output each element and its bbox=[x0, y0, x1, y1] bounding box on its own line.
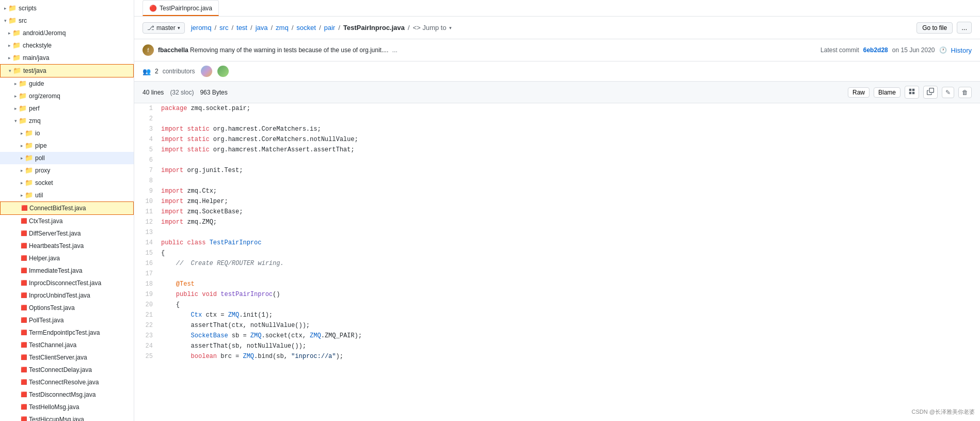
line-number[interactable]: 7 bbox=[134, 165, 159, 176]
tree-item-DiffServerTest.java[interactable]: 🟥DiffServerTest.java bbox=[0, 227, 134, 240]
tree-item-TestDisconnectMsg.java[interactable]: 🟥TestDisconnectMsg.java bbox=[0, 388, 134, 401]
line-number[interactable]: 9 bbox=[134, 186, 159, 196]
line-number[interactable]: 8 bbox=[134, 176, 159, 186]
tree-item-TestHiccupMsg.java[interactable]: 🟥TestHiccupMsg.java bbox=[0, 413, 134, 421]
display-mode-button[interactable] bbox=[905, 86, 919, 99]
tree-item-label: proxy bbox=[35, 165, 50, 176]
go-to-file-button[interactable]: Go to file bbox=[916, 22, 953, 34]
line-number[interactable]: 12 bbox=[134, 217, 159, 227]
file-icon: 🟥 bbox=[21, 241, 27, 251]
line-number[interactable]: 25 bbox=[134, 351, 159, 362]
tree-item-util[interactable]: ▸📁util bbox=[0, 189, 134, 201]
tree-item-io[interactable]: ▸📁io bbox=[0, 127, 134, 139]
code-line: 19 public void testPairInproc() bbox=[134, 289, 980, 300]
tree-item-label: io bbox=[35, 128, 40, 138]
folder-icon: 📁 bbox=[25, 178, 33, 188]
edit-button[interactable]: ✎ bbox=[942, 87, 954, 98]
line-number[interactable]: 15 bbox=[134, 248, 159, 258]
line-number[interactable]: 23 bbox=[134, 331, 159, 341]
line-number[interactable]: 5 bbox=[134, 145, 159, 155]
line-number[interactable]: 6 bbox=[134, 155, 159, 165]
line-number[interactable]: 1 bbox=[134, 103, 159, 114]
commit-bar: f fbacchella Removing many of the warnin… bbox=[134, 39, 980, 61]
line-number[interactable]: 2 bbox=[134, 114, 159, 124]
tree-item-guide[interactable]: ▸📁guide bbox=[0, 77, 134, 90]
file-tab[interactable]: 🔴 TestPairInproc.java bbox=[143, 0, 219, 16]
folder-icon: 📁 bbox=[13, 66, 21, 76]
breadcrumb-src[interactable]: src bbox=[219, 24, 228, 32]
delete-button[interactable]: 🗑 bbox=[958, 87, 972, 98]
tree-item-InprocUnbindTest.java[interactable]: 🟥InprocUnbindTest.java bbox=[0, 289, 134, 302]
breadcrumb-java[interactable]: java bbox=[256, 24, 268, 32]
breadcrumb-socket[interactable]: socket bbox=[296, 24, 316, 32]
more-options-button[interactable]: ... bbox=[957, 22, 972, 34]
tree-item-test-java[interactable]: ▾📁test/java bbox=[0, 64, 134, 77]
contributor-avatar-2[interactable] bbox=[217, 66, 229, 77]
code-line: 1package zmq.socket.pair; bbox=[134, 103, 980, 114]
tree-item-poll[interactable]: ▸📁poll bbox=[0, 152, 134, 164]
breadcrumb-repo[interactable]: jeromq bbox=[191, 24, 212, 32]
tree-item-main-java[interactable]: ▸📁main/java bbox=[0, 52, 134, 64]
commit-hash[interactable]: 6eb2d28 bbox=[863, 46, 888, 54]
line-number[interactable]: 14 bbox=[134, 238, 159, 248]
tree-item-checkstyle[interactable]: ▸📁checkstyle bbox=[0, 39, 134, 52]
line-number[interactable]: 19 bbox=[134, 289, 159, 300]
tree-item-TestClientServer.java[interactable]: 🟥TestClientServer.java bbox=[0, 351, 134, 364]
line-number[interactable]: 20 bbox=[134, 300, 159, 310]
tree-item-label: Helper.java bbox=[29, 253, 60, 263]
line-content: import zmq.ZMQ; bbox=[159, 217, 980, 227]
tree-item-label: org/zeromq bbox=[29, 91, 60, 101]
blame-button[interactable]: Blame bbox=[874, 87, 900, 98]
line-number[interactable]: 18 bbox=[134, 279, 159, 289]
tree-item-ImmediateTest.java[interactable]: 🟥ImmediateTest.java bbox=[0, 264, 134, 277]
tree-item-PollTest.java[interactable]: 🟥PollTest.java bbox=[0, 314, 134, 326]
tree-item-label: DiffServerTest.java bbox=[29, 228, 81, 239]
tree-item-pipe[interactable]: ▸📁pipe bbox=[0, 139, 134, 152]
raw-button[interactable]: Raw bbox=[848, 87, 870, 98]
breadcrumb-pair[interactable]: pair bbox=[324, 24, 336, 32]
tree-item-CtxTest.java[interactable]: 🟥CtxTest.java bbox=[0, 215, 134, 227]
tree-item-InprocDisconnectTest.java[interactable]: 🟥InprocDisconnectTest.java bbox=[0, 277, 134, 289]
commit-author[interactable]: fbacchella bbox=[158, 46, 188, 54]
tree-item-socket[interactable]: ▸📁socket bbox=[0, 177, 134, 189]
tree-item-org-zeromq[interactable]: ▸📁org/zeromq bbox=[0, 90, 134, 102]
tree-item-TestChannel.java[interactable]: 🟥TestChannel.java bbox=[0, 339, 134, 351]
code-line: 4import static org.hamcrest.CoreMatchers… bbox=[134, 134, 980, 145]
copy-button[interactable] bbox=[923, 86, 938, 99]
tree-item-scripts[interactable]: ▸📁scripts bbox=[0, 2, 134, 14]
tree-item-HeartbeatsTest.java[interactable]: 🟥HeartbeatsTest.java bbox=[0, 240, 134, 252]
line-number[interactable]: 24 bbox=[134, 341, 159, 351]
tree-item-Helper.java[interactable]: 🟥Helper.java bbox=[0, 252, 134, 264]
tree-item-TestConnectResolve.java[interactable]: 🟥TestConnectResolve.java bbox=[0, 376, 134, 388]
line-number[interactable]: 4 bbox=[134, 134, 159, 145]
tree-item-TestConnectDelay.java[interactable]: 🟥TestConnectDelay.java bbox=[0, 364, 134, 376]
breadcrumb-jump[interactable]: <> Jump to bbox=[413, 24, 446, 32]
folder-icon: 📁 bbox=[12, 40, 21, 51]
tree-item-TermEndpointIpcTest.java[interactable]: 🟥TermEndpointIpcTest.java bbox=[0, 326, 134, 339]
line-number[interactable]: 21 bbox=[134, 310, 159, 320]
tree-item-OptionsTest.java[interactable]: 🟥OptionsTest.java bbox=[0, 302, 134, 314]
tree-item-TestHelloMsg.java[interactable]: 🟥TestHelloMsg.java bbox=[0, 401, 134, 413]
tree-item-perf[interactable]: ▸📁perf bbox=[0, 102, 134, 115]
chevron-icon: ▾ bbox=[14, 116, 17, 126]
commit-ellipsis[interactable]: ... bbox=[392, 46, 398, 54]
line-number[interactable]: 3 bbox=[134, 124, 159, 134]
line-number[interactable]: 22 bbox=[134, 320, 159, 331]
breadcrumb-test[interactable]: test bbox=[236, 24, 247, 32]
tree-item-zmq[interactable]: ▾📁zmq bbox=[0, 115, 134, 127]
branch-selector[interactable]: ⎇ master ▾ bbox=[143, 22, 185, 34]
history-button[interactable]: History bbox=[951, 46, 972, 54]
folder-icon: 📁 bbox=[25, 153, 33, 163]
tree-item-src[interactable]: ▾📁src bbox=[0, 14, 134, 27]
breadcrumb-zmq[interactable]: zmq bbox=[276, 24, 289, 32]
line-number[interactable]: 17 bbox=[134, 269, 159, 279]
jump-chevron-icon: ▾ bbox=[449, 25, 452, 30]
line-number[interactable]: 11 bbox=[134, 207, 159, 217]
line-number[interactable]: 16 bbox=[134, 258, 159, 269]
tree-item-proxy[interactable]: ▸📁proxy bbox=[0, 164, 134, 177]
line-number[interactable]: 13 bbox=[134, 227, 159, 238]
line-number[interactable]: 10 bbox=[134, 196, 159, 207]
tree-item-ConnectBidTest.java[interactable]: 🟥ConnectBidTest.java bbox=[0, 201, 134, 215]
tree-item-android-jeromq[interactable]: ▸📁android/Jeromq bbox=[0, 27, 134, 39]
contributor-avatar-1[interactable] bbox=[201, 66, 212, 77]
